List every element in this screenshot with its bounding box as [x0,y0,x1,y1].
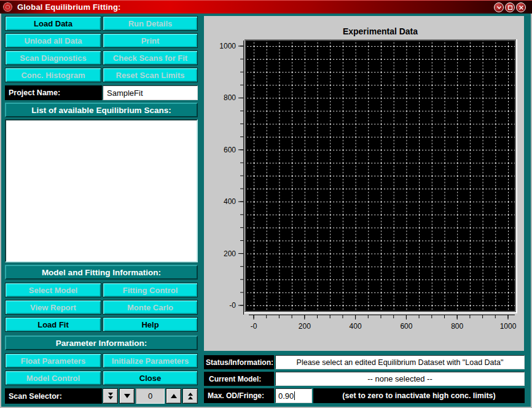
y-tick-label: 1000 [219,42,236,50]
unload-all-data-button[interactable]: Unload all Data [5,33,101,48]
x-axis-labels: -0 200 400 600 800 1000 [251,322,517,331]
chevron-down-icon [496,5,502,10]
y-tick-label: 600 [224,146,236,154]
initialize-parameters-button[interactable]: Initialize Parameters [103,353,198,368]
project-name-field[interactable]: SampleFit [103,85,198,100]
maximize-icon [507,5,513,10]
plot-grid [246,41,515,311]
y-axis-labels: 1000 800 600 400 200 -0 [219,42,236,310]
float-parameters-button[interactable]: Float Parameters [5,353,101,368]
x-tick-label: 1000 [500,322,517,331]
x-tick-label: -0 [251,322,257,331]
status-information-field: Please select an edited Equilibrium Data… [275,355,525,369]
double-up-arrow-icon [188,393,193,396]
y-tick-label: 800 [224,93,236,102]
scan-diagnostics-button[interactable]: Scan Diagnostics [5,50,101,65]
app-icon[interactable] [3,2,12,12]
scan-selector-label: Scan Selector: [5,388,102,404]
x-axis-minor-ticks [253,315,509,318]
fitting-control-button[interactable]: Fitting Control [103,283,198,297]
scan-selector-fast-up-button[interactable] [182,388,198,404]
double-up-arrow-icon [188,396,193,399]
y-tick-label: 400 [224,197,236,206]
load-data-button[interactable]: Load Data [5,16,101,31]
up-arrow-icon [171,394,177,398]
window-controls [494,2,526,12]
project-name-label: Project Name: [5,85,102,100]
x-tick-label: 800 [451,322,463,331]
y-tick-label: 200 [224,249,236,258]
window-frame-left [0,14,1,408]
close-icon [518,5,524,10]
y-tick-label: -0 [229,301,236,310]
x-tick-label: 400 [350,322,362,331]
scans-list-header: List of available Equilibrium Scans: [5,103,198,117]
scan-selector-up-button[interactable] [166,388,181,404]
shade-button[interactable] [494,2,504,12]
param-section-header: Parameter Information: [5,335,198,350]
close-button[interactable] [516,2,526,12]
reset-scan-limits-button[interactable]: Reset Scan Limits [103,68,198,82]
y-axis-minor-ticks [240,45,244,306]
max-od-fringe-value: 0.90 [278,391,294,401]
model-control-button[interactable]: Model Control [5,371,101,385]
conc-histogram-button[interactable]: Conc. Histogram [5,68,101,82]
help-button[interactable]: Help [103,317,198,332]
scan-selector-value: 0 [136,388,165,404]
text-cursor [294,391,295,400]
load-fit-button[interactable]: Load Fit [5,317,101,332]
plot-panel: Experimental Data 1000 800 600 400 [204,16,524,351]
close-button-panel[interactable]: Close [103,371,198,385]
down-arrow-icon [124,394,130,398]
maximize-button[interactable] [505,2,515,12]
print-button[interactable]: Print [103,33,198,48]
current-model-label: Current Model: [204,372,274,386]
title-bar[interactable]: Global Equilibrium Fitting: [0,0,532,14]
max-od-fringe-note: (set to zero to inactivate high conc. li… [313,388,525,403]
run-details-button[interactable]: Run Details [103,16,198,31]
model-section-header: Model and Fitting Information: [5,265,198,280]
plot-title: Experimental Data [343,26,418,36]
window-title: Global Equilibrium Fitting: [17,2,121,12]
app-icon-dot [6,5,10,9]
x-tick-label: 200 [299,322,311,331]
max-od-fringe-input[interactable]: 0.90 [275,388,312,403]
current-model-field: -- none selected -- [275,372,525,386]
status-information-label: Status/Information: [204,355,274,369]
view-report-button[interactable]: View Report [5,300,101,315]
scan-selector-down-button[interactable] [119,388,135,404]
double-down-arrow-icon [108,396,113,399]
check-scans-for-fit-button[interactable]: Check Scans for Fit [103,50,198,65]
double-down-arrow-icon [108,393,113,396]
select-model-button[interactable]: Select Model [5,283,101,297]
experimental-data-plot: Experimental Data 1000 800 600 400 [204,16,524,351]
x-tick-label: 600 [400,322,412,331]
monte-carlo-button[interactable]: Monte Carlo [103,300,198,315]
global-equilibrium-fitting-window: Global Equilibrium Fitting: Load Data Ru… [0,0,532,408]
max-od-fringe-label: Max. OD/Fringe: [204,388,274,403]
equilibrium-scans-listbox[interactable] [5,119,198,262]
scan-selector-fast-down-button[interactable] [103,388,118,404]
